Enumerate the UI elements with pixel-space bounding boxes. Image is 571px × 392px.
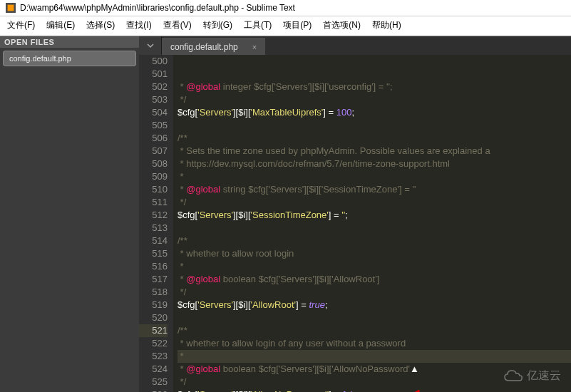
code-line[interactable]: [178, 311, 571, 324]
code-line[interactable]: * https://dev.mysql.com/doc/refman/5.7/e…: [178, 158, 571, 170]
line-number: 504: [139, 106, 168, 119]
line-number: 513: [139, 222, 168, 234]
code-line[interactable]: $cfg['Servers'][$i]['AllowRoot'] = true;: [178, 299, 571, 311]
code-line[interactable]: [178, 119, 571, 132]
line-number: 510: [139, 183, 168, 196]
code-line[interactable]: /**: [178, 324, 571, 337]
line-number: 500: [139, 55, 168, 68]
sidebar: OPEN FILES config.default.php: [0, 36, 139, 392]
menu-goto[interactable]: 转到(G): [199, 18, 237, 33]
line-number: 523: [139, 350, 168, 363]
line-number: 507: [139, 145, 168, 158]
sidebar-open-file[interactable]: config.default.php: [3, 51, 136, 66]
tab-label: config.default.php: [170, 42, 238, 52]
menu-file[interactable]: 文件(F): [3, 18, 39, 33]
watermark: 亿速云: [504, 369, 561, 382]
sidebar-file-label: config.default.php: [9, 54, 71, 63]
watermark-text: 亿速云: [527, 369, 561, 382]
code-line[interactable]: *: [178, 350, 571, 363]
window-title: D:\wamp64\www\phpMyAdmin\libraries\confi…: [20, 3, 295, 13]
cloud-icon: [504, 369, 523, 382]
code-line[interactable]: */: [178, 196, 571, 209]
code-line[interactable]: * @global integer $cfg['Servers'][$i]['u…: [178, 81, 571, 93]
line-number: 503: [139, 93, 168, 106]
annotation-arrow-icon: [408, 364, 451, 392]
line-number: 506: [139, 132, 168, 145]
svg-rect-1: [8, 5, 14, 11]
code-line[interactable]: *: [178, 260, 571, 273]
code-line[interactable]: * whether to allow login of any user wit…: [178, 337, 571, 350]
code-area[interactable]: * @global integer $cfg['Servers'][$i]['u…: [173, 55, 571, 392]
code-line[interactable]: $cfg['Servers'][$i]['MaxTableUiprefs'] =…: [178, 106, 571, 119]
line-number: 511: [139, 196, 168, 209]
line-number: 512: [139, 209, 168, 222]
app-icon: [6, 3, 16, 13]
line-number: 517: [139, 273, 168, 286]
editor[interactable]: 5005015025035045055065075085095105115125…: [139, 55, 571, 392]
menu-tools[interactable]: 工具(T): [240, 18, 276, 33]
title-bar: D:\wamp64\www\phpMyAdmin\libraries\confi…: [0, 0, 571, 16]
code-line[interactable]: *: [178, 170, 571, 183]
code-line[interactable]: * whether to allow root login: [178, 247, 571, 260]
tab-row: config.default.php ×: [139, 36, 571, 55]
open-files-header: OPEN FILES: [0, 36, 139, 48]
line-number: 520: [139, 311, 168, 324]
line-number: 515: [139, 247, 168, 260]
code-line[interactable]: */: [178, 286, 571, 299]
menu-view[interactable]: 查看(V): [159, 18, 196, 33]
line-number: 516: [139, 260, 168, 273]
code-line[interactable]: * Sets the time zone used by phpMyAdmin.…: [178, 145, 571, 158]
line-number: 519: [139, 299, 168, 311]
code-line[interactable]: * @global boolean $cfg['Servers'][$i]['A…: [178, 273, 571, 286]
menu-edit[interactable]: 编辑(E): [42, 18, 79, 33]
line-number: 524: [139, 363, 168, 376]
menu-select[interactable]: 选择(S): [82, 18, 119, 33]
line-number: 514: [139, 234, 168, 247]
line-number: 522: [139, 337, 168, 350]
line-number: 525: [139, 376, 168, 388]
menu-bar: 文件(F) 编辑(E) 选择(S) 查找(I) 查看(V) 转到(G) 工具(T…: [0, 16, 571, 36]
menu-help[interactable]: 帮助(H): [368, 18, 406, 33]
chevron-down-icon: [147, 42, 154, 49]
line-number: 505: [139, 119, 168, 132]
code-line[interactable]: * @global string $cfg['Servers'][$i]['Se…: [178, 183, 571, 196]
code-line[interactable]: $cfg['Servers'][$i]['SessionTimeZone'] =…: [178, 209, 571, 222]
menu-prefs[interactable]: 首选项(N): [319, 18, 365, 33]
close-icon[interactable]: ×: [252, 43, 257, 51]
line-number: 502: [139, 81, 168, 93]
menu-project[interactable]: 项目(P): [279, 18, 316, 33]
line-number: 518: [139, 286, 168, 299]
code-line[interactable]: */: [178, 93, 571, 106]
code-line[interactable]: /**: [178, 132, 571, 145]
tab-dropdown[interactable]: [139, 36, 162, 55]
line-number: 509: [139, 170, 168, 183]
code-line[interactable]: /**: [178, 234, 571, 247]
tab-config-default[interactable]: config.default.php ×: [162, 38, 265, 55]
line-number: 521: [139, 324, 168, 337]
line-number: 526: [139, 388, 168, 392]
code-line[interactable]: [178, 222, 571, 234]
code-line[interactable]: $cfg['Servers'][$i]['AllowNoPassword'] =…: [178, 388, 571, 392]
menu-find[interactable]: 查找(I): [122, 18, 155, 33]
line-number: 501: [139, 68, 168, 81]
line-gutter: 5005015025035045055065075085095105115125…: [139, 55, 173, 392]
line-number: 508: [139, 158, 168, 170]
